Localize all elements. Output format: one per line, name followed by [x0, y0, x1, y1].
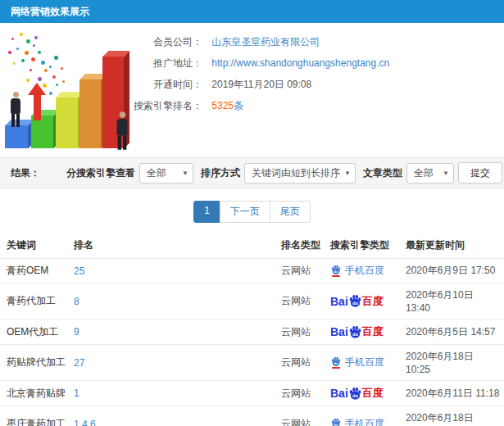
baidu-paw-icon: du [348, 325, 362, 339]
update-time-cell: 2020年6月10日 13:40 [402, 283, 504, 320]
pagination: 1 下一页 尾页 [0, 201, 504, 223]
column-header-rank-type: 排名类型 [278, 233, 327, 259]
baidu-logo: Baidu百度 [330, 324, 384, 339]
table-row: OEM代加工 9 云网站 Baidu百度 du 手机百度 2020年6月5日 1… [0, 320, 504, 345]
businessman-figure [114, 111, 129, 149]
info-row-open-time: 开通时间： 2019年11月20日 09:08 [127, 74, 504, 95]
rank-cell: 8 [70, 283, 278, 320]
rank-link[interactable]: 1 [74, 387, 79, 399]
rank-cell: 1 [70, 381, 278, 406]
bar-chart-illustration [2, 26, 151, 153]
table-row: 膏药OEM 25 云网站 Baidu百度 du 手机百度 2020年6月9日 1… [0, 259, 504, 283]
info-panel: 会员公司： 山东皇圣堂药业有限公司 推广地址： http://www.shand… [0, 23, 504, 157]
chevron-down-icon: ▼ [443, 164, 449, 184]
mobile-baidu-logo: du 手机百度 [330, 264, 384, 278]
rank-type-cell: 云网站 [278, 381, 327, 406]
mobile-baidu-paw-icon: du [330, 356, 342, 369]
submit-button[interactable]: 提交 [458, 162, 502, 184]
rank-type-cell: 云网站 [278, 283, 327, 320]
svg-text:du: du [352, 331, 358, 336]
column-header-engine-type: 搜索引擎类型 [327, 233, 402, 259]
table-row: 膏药代加工 8 云网站 Baidu百度 du 手机百度 2020年6月10日 1… [0, 283, 504, 320]
mobile-baidu-logo: du 手机百度 [330, 417, 384, 426]
keyword-cell: 北京膏药贴牌 [0, 381, 70, 406]
pagination-current-page[interactable]: 1 [193, 201, 220, 223]
company-link[interactable]: 山东皇圣堂药业有限公司 [211, 36, 320, 48]
result-label: 结果： [11, 166, 40, 180]
rank-link[interactable]: 27 [74, 357, 84, 369]
info-row-company: 会员公司： 山东皇圣堂药业有限公司 [127, 31, 504, 52]
engine-filter-label: 分搜索引擎查看 [66, 166, 135, 180]
page: 网络营销效果展示 会员公司： 山东皇圣堂药业有限公司 推广地址： http://… [0, 0, 504, 426]
page-title: 网络营销效果展示 [0, 0, 504, 23]
rank-type-cell: 云网站 [278, 345, 327, 381]
update-time-cell: 2020年6月5日 14:57 [402, 320, 504, 345]
svg-text:du: du [352, 392, 358, 397]
keyword-cell: 膏药OEM [0, 259, 70, 283]
sort-select[interactable]: 关键词由短到长排序 ▼ [244, 163, 356, 184]
results-table: 关键词 排名 排名类型 搜索引擎类型 最新更新时间 膏药OEM 25 云网站 B… [0, 233, 504, 426]
bar-chart-bar [31, 116, 53, 148]
results-table-body: 膏药OEM 25 云网站 Baidu百度 du 手机百度 2020年6月9日 1… [0, 259, 504, 426]
mobile-baidu-paw-icon: du [330, 265, 342, 277]
engine-type-cell: Baidu百度 du 手机百度 [327, 259, 402, 283]
businessman-figure [8, 92, 23, 127]
rank-link[interactable]: 1,4,6 [74, 419, 96, 426]
update-time-cell: 2020年6月18日 10:25 [402, 345, 504, 381]
table-header-row: 关键词 排名 排名类型 搜索引擎类型 最新更新时间 [0, 233, 504, 259]
baidu-logo: Baidu百度 [330, 386, 384, 401]
mobile-baidu-paw-icon: du [330, 418, 342, 426]
engine-filter-select[interactable]: 全部 ▼ [139, 163, 193, 184]
filter-controls: 分搜索引擎查看 全部 ▼ 排序方式 关键词由短到长排序 ▼ 文章类型 全部 ▼ … [63, 162, 502, 184]
engine-type-cell: Baidu百度 du 手机百度 [327, 406, 402, 426]
engine-rank-count[interactable]: 5325条 [211, 100, 243, 111]
svg-text:du: du [352, 301, 358, 306]
article-type-label: 文章类型 [363, 166, 402, 180]
column-header-keyword: 关键词 [0, 233, 70, 259]
keyword-cell: 膏药代加工 [0, 283, 70, 320]
update-time-cell: 2020年6月18日 10:19 [402, 406, 504, 426]
bar-chart-bar [79, 79, 101, 148]
column-header-update-time: 最新更新时间 [402, 233, 504, 259]
rank-cell: 1,4,6 [70, 406, 278, 426]
promotion-url-link[interactable]: http://www.shandonghuangshengtang.cn [211, 57, 389, 69]
bar-chart-bar [5, 125, 28, 148]
table-row: 北京膏药贴牌 1 云网站 Baidu百度 du 手机百度 2020年6月11日 … [0, 381, 504, 406]
rank-type-cell: 云网站 [278, 406, 327, 426]
svg-text:du: du [334, 270, 338, 274]
rank-link[interactable]: 9 [74, 326, 79, 338]
bar-chart-bar [56, 97, 78, 148]
engine-type-cell: Baidu百度 du 手机百度 [327, 283, 402, 320]
chevron-down-icon: ▼ [344, 164, 351, 184]
engine-type-cell: Baidu百度 du 手机百度 [327, 381, 402, 406]
open-time-value: 2019年11月20日 09:08 [211, 79, 311, 90]
rank-cell: 27 [70, 345, 278, 381]
table-row: 药贴牌代加工 27 云网站 Baidu百度 du 手机百度 2020年6月18日… [0, 345, 504, 381]
rank-link[interactable]: 25 [74, 265, 84, 277]
info-row-url: 推广地址： http://www.shandonghuangshengtang.… [127, 52, 504, 74]
keyword-cell: 药贴牌代加工 [0, 345, 70, 381]
chevron-down-icon: ▼ [182, 164, 188, 184]
info-row-rank-count: 搜索引擎排名： 5325条 [127, 95, 504, 116]
rank-cell: 25 [70, 259, 278, 283]
sort-label: 排序方式 [201, 166, 240, 180]
svg-text:du: du [334, 361, 338, 365]
pagination-last-button[interactable]: 尾页 [270, 201, 311, 223]
filter-bar: 结果： 分搜索引擎查看 全部 ▼ 排序方式 关键词由短到长排序 ▼ 文章类型 全… [0, 157, 504, 188]
svg-text:du: du [334, 423, 338, 426]
update-time-cell: 2020年6月11日 11:18 [402, 381, 504, 406]
up-arrow-icon [28, 83, 46, 120]
mobile-baidu-logo: du 手机百度 [330, 356, 384, 369]
rank-type-cell: 云网站 [278, 320, 327, 345]
engine-type-cell: Baidu百度 du 手机百度 [327, 320, 402, 345]
baidu-logo: Baidu百度 [330, 294, 384, 309]
rank-type-cell: 云网站 [278, 259, 327, 283]
rank-link[interactable]: 8 [74, 296, 79, 307]
table-row: 枣庄膏药加工 1,4,6 云网站 Baidu百度 du 手机百度 2020年6月… [0, 406, 504, 426]
article-type-select[interactable]: 全部 ▼ [406, 163, 454, 184]
rank-cell: 9 [70, 320, 278, 345]
update-time-cell: 2020年6月9日 17:50 [402, 259, 504, 283]
column-header-rank: 排名 [70, 233, 278, 259]
pagination-next-button[interactable]: 下一页 [220, 201, 270, 223]
engine-type-cell: Baidu百度 du 手机百度 [327, 345, 402, 381]
